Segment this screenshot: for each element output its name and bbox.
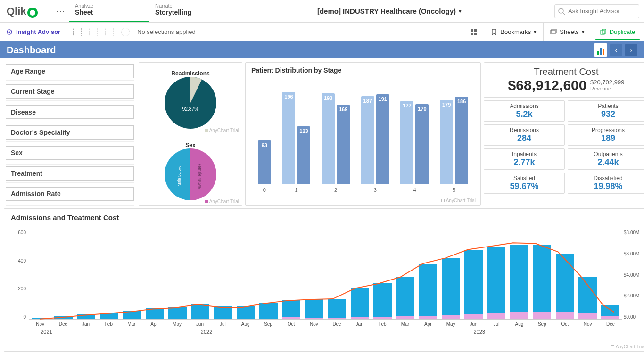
svg-point-3 — [9, 31, 10, 33]
sex-pie[interactable]: Sex Male 50.5% Female 49.5% AnyChart Tri… — [139, 134, 242, 206]
insight-advisor-button[interactable]: Insight Advisor — [0, 23, 66, 41]
tab-suplabel: Analyze — [75, 3, 143, 8]
app-header: Qlik ⋯ Analyze Sheet Narrate Storytellin… — [0, 0, 644, 23]
trial-text: AnyChart Trial — [616, 344, 644, 349]
kpi-label: Remissions — [486, 127, 562, 133]
kpi-card[interactable]: Admissions5.2k — [484, 100, 565, 122]
step-back-icon[interactable] — [89, 28, 98, 36]
pie-title: Readmissions — [171, 67, 209, 77]
trial-text: AnyChart Trial — [209, 128, 239, 133]
filter-item[interactable]: Age Range — [6, 64, 134, 78]
chart-title: Admissions and Treatment Cost — [4, 209, 644, 226]
step-forward-icon[interactable] — [105, 28, 114, 36]
kpi-card[interactable]: Remissions284 — [484, 124, 565, 146]
app-title-text: [demo] INDUSTRY Healthcare (Oncology) — [317, 7, 456, 15]
logo-circle-icon — [27, 8, 38, 18]
chevron-down-icon: ▾ — [582, 29, 585, 35]
sheets-button[interactable]: Sheets ▾ — [543, 23, 591, 41]
sheet-header: Dashboard ‹ › — [0, 41, 644, 58]
filter-item[interactable]: Disease — [6, 105, 134, 119]
bookmark-icon — [491, 29, 497, 35]
bookmarks-button[interactable]: Bookmarks ▾ — [484, 23, 543, 41]
svg-point-0 — [559, 8, 563, 13]
y-axis-right: $8.00M$6.00M$4.00M$2.00M$0.00 — [624, 230, 644, 320]
duplicate-icon — [600, 29, 607, 35]
kpi-label: Outpatients — [570, 151, 644, 157]
pie-icon: Male 50.5% Female 49.5% — [165, 148, 216, 200]
app-title[interactable]: [demo] INDUSTRY Healthcare (Oncology) ▾ — [229, 0, 550, 22]
tab-analyze[interactable]: Analyze Sheet — [69, 0, 149, 22]
more-menu-button[interactable]: ⋯ — [52, 0, 69, 22]
duplicate-button[interactable]: Duplicate — [595, 25, 640, 40]
kpi-label: Satisfied — [486, 175, 562, 181]
kpi-label: Admissions — [486, 103, 562, 109]
kpi-card[interactable]: Dissatisfied19.98% — [568, 173, 644, 194]
distribution-panel[interactable]: Patient Distribution by Stage 9301961231… — [245, 62, 481, 206]
filter-pane: Age RangeCurrent StageDiseaseDoctor's Sp… — [4, 62, 136, 206]
tab-mainlabel: Storytelling — [155, 8, 223, 16]
svg-text:Female 49.5%: Female 49.5% — [198, 164, 202, 189]
assets-button[interactable] — [464, 23, 484, 41]
sheets-icon — [550, 29, 557, 35]
kpi-value: 284 — [486, 133, 562, 143]
filter-item[interactable]: Treatment — [6, 166, 134, 181]
pie-icon: 92.87% — [165, 77, 216, 129]
logo: Qlik — [0, 0, 52, 22]
filter-item[interactable]: Sex — [6, 146, 134, 160]
kpi-value: 59.67% — [486, 181, 562, 191]
search-icon — [558, 8, 565, 15]
readmissions-pie[interactable]: Readmissions 92.87% AnyChart Trial — [139, 63, 242, 134]
kpi-card[interactable]: Outpatients2.44k — [568, 148, 644, 170]
pie-pct-label: 92.87% — [182, 107, 199, 112]
kpi-value: 19.98% — [570, 181, 644, 191]
svg-line-1 — [563, 13, 565, 15]
kpi-value: $68,912,600 — [508, 77, 587, 93]
chevron-down-icon: ▾ — [459, 8, 462, 14]
tab-suplabel: Narrate — [155, 3, 223, 8]
kpi-card[interactable]: Satisfied59.67% — [484, 173, 565, 194]
kpi-treatment-cost[interactable]: Treatment Cost $68,912,600 $20,702,999 R… — [484, 62, 644, 98]
search-input[interactable] — [554, 4, 639, 18]
clear-selections-icon[interactable] — [121, 28, 130, 36]
kpi-card[interactable]: Inpatients2.77k — [484, 148, 565, 170]
kpi-side-label: Revenue — [590, 86, 624, 91]
grid-icon — [471, 29, 477, 35]
kpi-label: Inpatients — [486, 151, 562, 157]
pie-panel: Readmissions 92.87% AnyChart Trial Sex M… — [139, 62, 242, 206]
bookmarks-label: Bookmarks — [500, 28, 531, 35]
prev-sheet-button[interactable]: ‹ — [610, 44, 622, 56]
next-sheet-button[interactable]: › — [625, 44, 637, 56]
kpi-value: 2.77k — [486, 157, 562, 167]
kpi-value: 189 — [570, 133, 644, 143]
pie-title: Sex — [185, 139, 195, 148]
selections-toolbar: Insight Advisor No selections applied Bo… — [0, 23, 644, 41]
distribution-barchart: 93019612311931692187191317717041791865An… — [246, 78, 480, 205]
insight-label: Insight Advisor — [16, 28, 60, 35]
tab-mainlabel: Sheet — [75, 8, 143, 16]
filter-item[interactable]: Doctor's Speciality — [6, 125, 134, 140]
kpi-label: Progressions — [570, 127, 644, 133]
logo-text: Qlik — [7, 5, 26, 17]
sparkle-icon — [6, 28, 13, 36]
sheet-thumbnail-icon[interactable] — [594, 43, 607, 57]
admissions-panel[interactable]: Admissions and Treatment Cost 6004002000… — [4, 208, 644, 352]
kpi-value: 932 — [570, 109, 644, 119]
selection-tool-icons: No selections applied — [66, 28, 202, 36]
combo-chart: 6004002000 $8.00M$6.00M$4.00M$2.00M$0.00… — [4, 226, 644, 351]
duplicate-label: Duplicate — [610, 28, 635, 35]
no-selections-text: No selections applied — [137, 28, 196, 35]
kpi-title: Treatment Cost — [489, 66, 644, 77]
filter-item[interactable]: Admission Rate — [6, 187, 134, 201]
kpi-card[interactable]: Patients932 — [568, 100, 644, 122]
chevron-down-icon: ▾ — [534, 29, 537, 35]
x-axis-months: NovDecJanFebMarAprMayJunJulAugSepOctNovD… — [29, 321, 622, 327]
trial-text: AnyChart Trial — [446, 198, 476, 203]
svg-rect-7 — [602, 29, 606, 33]
filter-item[interactable]: Current Stage — [6, 84, 134, 99]
kpi-side-value: $20,702,999 — [590, 79, 624, 86]
smart-search-icon[interactable] — [73, 28, 82, 36]
kpi-card[interactable]: Progressions189 — [568, 124, 644, 146]
search-container — [550, 0, 644, 22]
kpi-label: Patients — [570, 103, 644, 109]
tab-narrate[interactable]: Narrate Storytelling — [149, 0, 229, 22]
